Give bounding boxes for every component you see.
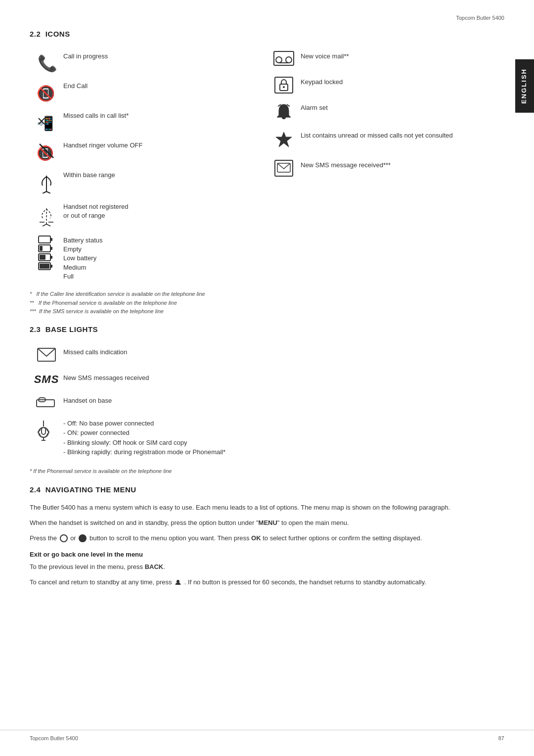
base-sms-label: New SMS messages received (63, 373, 504, 383)
base-lights-row-handset: Handset on base (30, 391, 504, 414)
svg-line-5 (43, 191, 46, 193)
svg-point-24 (286, 57, 292, 63)
nav-sub-para-2: To cancel and return to standby at any t… (30, 577, 504, 588)
svg-text:📵: 📵 (37, 145, 54, 161)
svg-rect-13 (50, 238, 52, 241)
end-call-icon: 📵 (30, 81, 63, 102)
icons-right-col: New voice mail** Keypad locked (267, 47, 504, 285)
icon-row-missed-calls: 📲 Missed calls in call list* (30, 106, 267, 136)
icon-row-end-call: 📵 End Call (30, 77, 267, 106)
svg-text:📞: 📞 (38, 54, 57, 73)
svg-text:📵: 📵 (37, 85, 55, 102)
page-header: Topcom Butler 5400 (30, 15, 504, 21)
section-2-2-footnotes: * If the Caller line identification serv… (30, 290, 504, 316)
svg-line-6 (46, 191, 50, 193)
svg-rect-15 (50, 247, 52, 250)
alarm-label: Alarm set (301, 102, 504, 112)
call-in-progress-label: Call in progress (63, 51, 267, 61)
alarm-set-icon (267, 102, 301, 122)
brand-header: Topcom Butler 5400 (456, 15, 504, 21)
section-2-2: 2.2 ICONS 📞 Call in progress (30, 30, 504, 316)
svg-rect-18 (50, 256, 52, 259)
icon-row-not-registered: Handset not registeredor out of range (30, 197, 267, 231)
nav-para-2: When the handset is switched on and in s… (30, 518, 504, 528)
new-voicemail-icon (267, 51, 301, 66)
not-registered-icon (30, 201, 63, 227)
base-lights-row-power: - Off: No base power connected - ON: pow… (30, 414, 504, 462)
language-tab: ENGLISH (515, 59, 534, 113)
base-sms-icon: SMS (30, 373, 63, 386)
base-missed-calls-icon (30, 347, 63, 363)
svg-point-23 (276, 57, 282, 63)
svg-point-27 (283, 86, 285, 88)
footer-page: 87 (498, 735, 504, 741)
svg-line-8 (43, 224, 46, 226)
section-2-3: 2.3 BASE LIGHTS Missed calls indication … (30, 325, 504, 476)
base-missed-calls-label: Missed calls indication (63, 347, 504, 357)
nav-para-1: The Butler 5400 has a menu system which … (30, 503, 504, 513)
icon-row-ringer-off: 📵 Handset ringer volume OFF (30, 136, 267, 166)
footnote-3: *** If the SMS service is available on t… (30, 307, 504, 316)
icons-grid: 📞 Call in progress 📵 End Call (30, 47, 504, 285)
footnote-2: ** If the Phonemail service is available… (30, 299, 504, 308)
within-range-label: Within base range (63, 170, 267, 180)
icons-left-col: 📞 Call in progress 📵 End Call (30, 47, 267, 285)
icon-row-unread-calls: List contains unread or missed calls not… (267, 126, 504, 156)
section-2-4: 2.4 NAVIGATING THE MENU The Butler 5400 … (30, 485, 504, 587)
unread-calls-label: List contains unread or missed calls not… (301, 130, 504, 140)
svg-line-9 (46, 224, 50, 226)
not-registered-label: Handset not registeredor out of range (63, 201, 267, 220)
page-footer: Topcom Butler 5400 87 (0, 730, 534, 741)
base-lights-row-sms: SMS New SMS messages received (30, 368, 504, 391)
footer-brand: Topcom Butler 5400 (30, 735, 78, 741)
footnote-1: * If the Caller line identification serv… (30, 290, 504, 299)
new-sms-icon (267, 160, 301, 177)
svg-rect-39 (42, 427, 45, 434)
new-sms-label: New SMS message received*** (301, 160, 504, 170)
missed-calls-icon: 📲 (30, 110, 63, 132)
unread-calls-icon (267, 130, 301, 150)
section-2-2-heading: 2.2 ICONS (30, 30, 504, 38)
svg-rect-16 (40, 246, 43, 251)
nav-sub-para-1: To the previous level in the menu, press… (30, 562, 504, 572)
nav-sub-heading: Exit or go back one level in the menu (30, 551, 504, 558)
ringer-off-icon: 📵 (30, 140, 63, 162)
battery-icon (30, 235, 63, 278)
svg-rect-12 (39, 236, 50, 243)
call-in-progress-icon: 📞 (30, 51, 63, 73)
circle-up-icon (60, 534, 68, 542)
section-2-4-heading: 2.4 NAVIGATING THE MENU (30, 485, 504, 494)
ringer-off-label: Handset ringer volume OFF (63, 140, 267, 150)
svg-rect-22 (40, 264, 49, 269)
nav-para-3: Press the or button to scroll to the men… (30, 533, 504, 544)
base-power-icon (30, 419, 63, 443)
within-range-icon (30, 170, 63, 193)
base-handset-icon (30, 396, 63, 409)
svg-rect-21 (50, 265, 52, 268)
base-handset-label: Handset on base (63, 396, 504, 406)
icon-row-alarm: Alarm set (267, 98, 504, 126)
base-power-label: - Off: No base power connected - ON: pow… (63, 419, 504, 457)
svg-marker-30 (276, 132, 292, 147)
section-2-3-heading: 2.3 BASE LIGHTS (30, 325, 504, 333)
keypad-locked-label: Keypad locked (301, 77, 504, 87)
icon-row-voicemail: New voice mail** (267, 47, 504, 73)
base-lights-row-missed: Missed calls indication (30, 342, 504, 368)
voicemail-label: New voice mail** (301, 51, 504, 61)
svg-rect-19 (40, 255, 45, 260)
icon-row-within-range: Within base range (30, 166, 267, 197)
base-footnote: * If the Phonemail service is available … (30, 467, 504, 476)
circle-down-icon (79, 534, 87, 542)
icon-row-new-sms: New SMS message received*** (267, 156, 504, 182)
svg-point-42 (177, 580, 179, 583)
battery-label: Battery statusEmptyLow batteryMediumFull (63, 235, 267, 281)
icon-row-battery: Battery statusEmptyLow batteryMediumFull (30, 231, 267, 285)
section-2-3-footnote: * If the Phonemail service is available … (30, 467, 504, 476)
icon-row-keypad-locked: Keypad locked (267, 73, 504, 98)
icon-row-call-in-progress: 📞 Call in progress (30, 47, 267, 77)
end-call-label: End Call (63, 81, 267, 91)
keypad-locked-icon (267, 77, 301, 94)
missed-calls-label: Missed calls in call list* (63, 110, 267, 120)
